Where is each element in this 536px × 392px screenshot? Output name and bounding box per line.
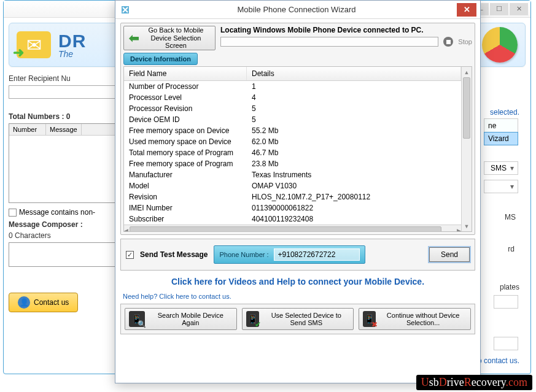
recipient-input[interactable]	[9, 85, 125, 99]
table-row: IMEI Number011390000061822	[124, 202, 461, 213]
table-row: Total memory space of Program46.7 Mb	[124, 147, 461, 158]
composer-chars: 0 Characters	[9, 231, 125, 240]
total-numbers-label: Total Numbers : 0	[9, 112, 125, 121]
table-row: ModelOMAP V1030	[124, 180, 461, 191]
numbers-list[interactable]: Number Message	[9, 123, 125, 203]
phone-search-icon	[129, 311, 145, 327]
non-english-label: Message contains non-	[19, 208, 95, 217]
mail-logo-icon	[17, 31, 51, 58]
table-h-scrollbar[interactable]: ◀ ▶	[124, 225, 461, 231]
close-main-button[interactable]: ✕	[510, 3, 528, 15]
table-header-field[interactable]: Field Name	[124, 67, 247, 80]
side-small-button-1[interactable]	[494, 295, 518, 309]
contact-label: Contact us	[34, 298, 69, 307]
pie-chart-icon	[482, 27, 518, 63]
dialog-titlebar[interactable]: Mobile Phone Connection Wizard ✕	[115, 1, 480, 19]
bottom-button-panel: Search Mobile Device Again Use Selected …	[120, 304, 475, 334]
send-button[interactable]: Send	[429, 247, 470, 262]
table-header-details[interactable]: Details	[247, 67, 461, 80]
table-row: Subscriber404100119232408	[124, 213, 461, 225]
scroll-thumb-h[interactable]	[130, 226, 441, 231]
phone-number-field: Phone Number :	[214, 245, 365, 264]
list-header-message: Message	[46, 124, 82, 135]
phone-input[interactable]	[274, 248, 360, 261]
search-device-button[interactable]: Search Mobile Device Again	[125, 308, 237, 330]
recipient-label: Enter Recipient Nu	[9, 74, 125, 83]
table-row: RevisionHLOS_N2.10M7.2_P17+_20080112	[124, 191, 461, 202]
contact-us-button[interactable]: 👤 Contact us	[9, 293, 78, 312]
stop-icon[interactable]	[443, 37, 453, 47]
table-row: Used memory space on Device62.0 Mb	[124, 136, 461, 147]
side-dropdown-2[interactable]: ▾	[484, 180, 518, 193]
dialog-app-icon	[120, 5, 130, 15]
use-device-button[interactable]: Use Selected Device to Send SMS	[242, 308, 354, 330]
device-info-tab[interactable]: Device Information	[123, 53, 198, 65]
table-body: Number of Processor1 Processor Level4 Pr…	[124, 81, 461, 225]
scroll-right-icon[interactable]: ▶	[457, 225, 461, 231]
device-info-table: Field Name Details Number of Processor1 …	[123, 66, 472, 232]
table-row: Processor Revision5	[124, 103, 461, 114]
watermark-logo: UsbDriveRecovery.com	[416, 375, 532, 390]
table-row: Free memory space of Program23.8 Mb	[124, 158, 461, 169]
continue-without-label: Continue without Device Selection...	[379, 312, 467, 326]
search-device-label: Search Mobile Device Again	[149, 312, 233, 326]
phone-label: Phone Number :	[219, 251, 268, 258]
send-test-panel: Send Test Message Phone Number : Send	[120, 239, 475, 271]
non-english-checkbox[interactable]	[9, 209, 17, 217]
continue-without-button[interactable]: Continue without Device Selection...	[359, 308, 471, 330]
stop-label: Stop	[458, 38, 472, 45]
device-info-panel: ⬅ Go Back to Mobile Device Selection Scr…	[120, 23, 475, 235]
side-ms-text: MS	[505, 213, 516, 221]
scroll-left-icon[interactable]: ◀	[124, 225, 128, 231]
table-row: Number of Processor1	[124, 81, 461, 92]
list-header-number: Number	[9, 124, 46, 135]
side-small-button-2[interactable]	[494, 337, 518, 350]
side-plates-text: plates	[500, 283, 519, 291]
table-row: ManufacturerTexas Instruments	[124, 169, 461, 180]
video-help-link[interactable]: Click here for Videos and Help to connec…	[120, 277, 475, 286]
maximize-button[interactable]: ☐	[490, 3, 508, 15]
progress-bar	[220, 37, 438, 47]
contact-person-icon: 👤	[18, 296, 30, 309]
scroll-up-icon[interactable]: ▲	[462, 67, 472, 77]
phone-skip-icon	[363, 311, 376, 327]
side-option-ne[interactable]: ne	[484, 118, 518, 132]
scroll-down-icon[interactable]: ▼	[462, 221, 472, 231]
go-back-button[interactable]: ⬅ Go Back to Mobile Device Selection Scr…	[123, 26, 216, 50]
phone-check-icon	[246, 311, 260, 327]
go-back-label: Go Back to Mobile Device Selection Scree…	[142, 26, 210, 50]
use-device-label: Use Selected Device to Send SMS	[263, 312, 349, 326]
table-row: Processor Level4	[124, 92, 461, 103]
dialog-close-button[interactable]: ✕	[457, 3, 476, 17]
connection-wizard-dialog: Mobile Phone Connection Wizard ✕ ⬅ Go Ba…	[115, 0, 481, 383]
table-row: Free memory space on Device55.2 Mb	[124, 125, 461, 136]
side-selected-text: selected.	[490, 108, 519, 117]
locating-heading: Locating Windows Mobile Phone Device con…	[220, 26, 472, 34]
send-test-label: Send Test Message	[140, 250, 208, 259]
table-v-scrollbar[interactable]: ▲ ▼	[461, 67, 472, 231]
logo-text: DR	[58, 31, 86, 52]
contact-help-link[interactable]: Need help? Click here to contact us.	[123, 293, 475, 300]
send-test-checkbox[interactable]	[126, 251, 134, 259]
composer-textarea[interactable]	[9, 242, 125, 267]
composer-label: Message Composer :	[9, 220, 125, 229]
back-arrow-icon: ⬅	[129, 31, 139, 45]
dialog-title: Mobile Phone Connection Wizard	[136, 5, 457, 14]
side-option-wizard[interactable]: Vizard	[484, 132, 518, 145]
side-dropdown-sms[interactable]: SMS▾	[484, 161, 518, 175]
side-rd-text: rd	[508, 245, 515, 253]
scroll-thumb-v[interactable]	[463, 77, 470, 139]
table-row: Device OEM ID5	[124, 114, 461, 125]
